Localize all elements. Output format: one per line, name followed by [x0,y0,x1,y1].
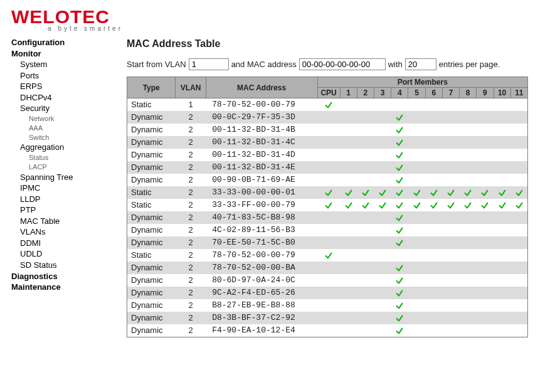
cell-port-2 [357,161,374,174]
table-row: Dynamic200-11-32-BD-31-4D [127,149,528,161]
table-row: Static178-70-52-00-00-79 [127,98,528,112]
cell-port-4 [391,98,408,112]
mac-input[interactable] [299,58,386,70]
cell-port-3 [374,312,391,324]
cell-port-6 [425,312,442,324]
cell-port-9 [477,262,494,274]
cell-port-2 [357,324,374,337]
cell-port-6 [425,274,442,287]
cell-port-8 [460,274,477,287]
cell-port-1 [340,149,357,161]
cell-port-7 [442,299,459,312]
cell-port-7 [442,136,459,149]
cell-port-10 [494,136,510,149]
cell-port-7 [442,98,459,112]
cell-port-11 [510,299,527,312]
cell-vlan: 2 [176,262,206,274]
cell-port-10 [494,312,510,324]
cell-port-9 [477,224,494,236]
cell-port-8 [460,224,477,236]
cell-port-7 [442,236,459,249]
cell-port-8 [460,98,477,112]
cell-vlan: 2 [176,312,206,324]
sidebar-item-vlans[interactable]: VLANs [11,226,112,238]
cell-port-6 [425,186,442,199]
cell-port-10 [494,262,510,274]
cell-port-8 [460,161,477,174]
cell-port-4 [391,287,408,299]
cell-mac: 00-11-32-BD-31-4C [206,136,317,149]
cell-port-10 [494,149,510,161]
cell-mac: 80-6D-97-0A-24-0C [206,274,317,287]
sidebar-item-aaa[interactable]: AAA [11,124,112,133]
cell-port-CPU [317,287,340,299]
sidebar-item-dhcpv4[interactable]: DHCPv4 [11,92,112,103]
sidebar-item-mac-table[interactable]: MAC Table [11,216,112,227]
cell-port-2 [357,186,374,199]
brand-logo: WELOTEC a byte smarter [11,6,549,32]
filter-label-end: entries per page. [439,60,500,69]
sidebar-item-erps[interactable]: ERPS [11,81,112,92]
vlan-input[interactable] [189,58,229,70]
cell-port-1 [340,199,357,211]
check-icon [378,201,387,210]
cell-port-1 [340,186,357,199]
cell-vlan: 1 [176,98,206,112]
sidebar-item-system[interactable]: System [11,59,112,70]
cell-port-2 [357,274,374,287]
table-row: Dynamic2B8-27-EB-9E-B8-88 [127,299,528,312]
cell-port-2 [357,149,374,161]
col-port-2: 2 [357,88,374,98]
sidebar-item-spanning-tree[interactable]: Spanning Tree [11,172,112,183]
cell-port-2 [357,224,374,236]
filter-row: Start from VLAN and MAC address with ent… [127,58,549,70]
sidebar-item-lacp[interactable]: LACP [11,162,112,172]
sidebar-item-network[interactable]: Network [11,114,112,124]
cell-port-3 [374,262,391,274]
sidebar-item-ddmi[interactable]: DDMI [11,238,112,249]
col-vlan: VLAN [176,77,206,98]
sidebar-item-switch[interactable]: Switch [11,133,112,142]
sidebar-item-ipmc[interactable]: IPMC [11,183,112,194]
cell-mac: 78-70-52-00-00-79 [206,249,317,262]
cell-port-9 [477,149,494,161]
cell-port-11 [510,136,527,149]
cell-port-CPU [317,249,340,262]
sidebar-item-sd-status[interactable]: SD Status [11,260,112,271]
cell-port-3 [374,324,391,337]
cell-port-7 [442,287,459,299]
cell-type: Dynamic [127,312,176,324]
sidebar-item-diagnostics[interactable]: Diagnostics [11,271,112,282]
check-icon [463,201,472,210]
sidebar-item-configuration[interactable]: Configuration [11,37,112,48]
sidebar-item-security[interactable]: Security [11,103,112,114]
sidebar-item-aggregation[interactable]: Aggregation [11,142,112,153]
sidebar-item-maintenance[interactable]: Maintenance [11,282,112,293]
count-input[interactable] [405,58,436,70]
sidebar-item-udld[interactable]: UDLD [11,248,112,260]
cell-port-5 [408,199,425,211]
cell-mac: 00-90-0B-71-69-AE [206,174,317,186]
cell-port-6 [425,211,442,224]
sidebar-item-ports[interactable]: Ports [11,70,112,82]
cell-type: Dynamic [127,161,176,174]
sidebar-item-monitor[interactable]: Monitor [11,48,112,60]
cell-port-CPU [317,262,340,274]
cell-port-11 [510,98,527,112]
col-port-1: 1 [340,88,357,98]
check-icon [413,189,421,198]
cell-port-5 [408,299,425,312]
cell-port-6 [425,287,442,299]
cell-port-5 [408,98,425,112]
check-icon [395,201,404,210]
cell-port-6 [425,161,442,174]
check-icon [324,201,333,210]
sidebar-item-lldp[interactable]: LLDP [11,194,112,205]
check-icon [395,114,404,122]
sidebar-item-status[interactable]: Status [11,153,112,162]
cell-vlan: 2 [176,124,206,136]
cell-port-3 [374,174,391,186]
cell-port-6 [425,249,442,262]
cell-port-10 [494,224,510,236]
sidebar-item-ptp[interactable]: PTP [11,204,112,216]
